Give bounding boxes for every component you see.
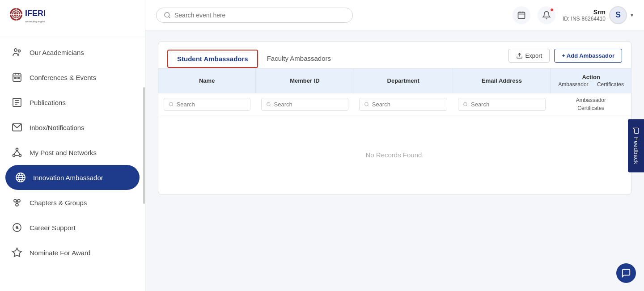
col-member-id: Member ID (256, 68, 354, 93)
chat-icon (621, 268, 631, 278)
svg-point-9 (18, 50, 21, 52)
sidebar-item-label: Nominate For Award (30, 249, 134, 257)
user-info[interactable]: Srm ID: INS-86264410 S ▾ (563, 6, 633, 24)
svg-point-31 (17, 199, 20, 202)
search-icon (463, 101, 468, 107)
svg-rect-41 (518, 12, 525, 18)
col-name: Name (158, 68, 256, 93)
sidebar-scrollbar[interactable] (143, 87, 145, 203)
logo-area: IFERP connecting engineers... developing… (0, 0, 145, 36)
svg-line-51 (368, 105, 369, 106)
col-department: Department (354, 68, 453, 93)
svg-rect-15 (18, 77, 19, 79)
chat-button[interactable] (616, 263, 636, 283)
col-action: Action Ambassador Certificates (551, 68, 631, 93)
export-button[interactable]: Export (508, 49, 550, 63)
sidebar-item-label: Our Academicians (30, 49, 134, 56)
svg-text:connecting engineers... develo: connecting engineers... developing resea… (25, 20, 45, 23)
svg-point-8 (14, 49, 17, 51)
search-box[interactable] (156, 8, 353, 23)
tab-student-ambassadors[interactable]: Student Ambassadors (167, 50, 258, 68)
sidebar-item-nominate-for-award[interactable]: Nominate For Award (0, 240, 145, 265)
sidebar-item-career-support[interactable]: Career Support (0, 215, 145, 240)
member-id-search-cell[interactable] (256, 93, 354, 115)
academicians-icon (11, 46, 23, 59)
avatar: S (609, 6, 627, 24)
svg-line-47 (172, 105, 173, 106)
name-search-input[interactable] (177, 101, 246, 108)
topbar: Srm ID: INS-86264410 S ▾ (145, 0, 644, 30)
sidebar-item-inbox-notifications[interactable]: Inbox/Notifications (0, 115, 145, 140)
svg-point-32 (16, 203, 18, 206)
tab-faculty-ambassadors[interactable]: Faculty Ambassadors (258, 50, 340, 67)
svg-line-25 (17, 151, 20, 155)
action-header: Action Ambassador Certificates (558, 74, 624, 88)
sidebar-item-innovation-ambassador[interactable]: Innovation Ambassador (5, 165, 140, 190)
sidebar-item-publications[interactable]: Publications (0, 90, 145, 115)
search-icon (164, 12, 171, 19)
notifications-button[interactable] (538, 6, 555, 24)
action-search-cell: Ambassador Certificates (551, 93, 631, 115)
sidebar-item-label: Career Support (30, 224, 134, 232)
svg-line-24 (14, 151, 17, 155)
ambassador-icon (14, 171, 27, 184)
search-icon (266, 101, 271, 107)
table-header-row: Name Member ID Department Email Address (158, 68, 631, 93)
sidebar-item-our-academicians[interactable]: Our Academicians (0, 40, 145, 65)
feedback-icon (632, 127, 640, 134)
search-row: Ambassador Certificates (158, 93, 631, 115)
svg-line-40 (169, 17, 170, 18)
email-search-input[interactable] (471, 101, 541, 108)
tabs-actions: Export + Add Ambassador (508, 49, 622, 68)
svg-line-53 (466, 105, 467, 106)
sidebar-item-label: Chapters & Groups (30, 199, 134, 207)
sidebar-item-my-post-networks[interactable]: My Post and Networks (0, 140, 145, 165)
add-ambassador-button[interactable]: + Add Ambassador (554, 49, 622, 63)
content-card: Student Ambassadors Faculty Ambassadors … (158, 41, 631, 195)
search-input[interactable] (174, 12, 345, 19)
sidebar-item-label: Innovation Ambassador (33, 174, 131, 181)
search-icon (169, 101, 174, 107)
conferences-icon (11, 71, 23, 84)
feedback-tab[interactable]: Feedback (628, 119, 644, 172)
svg-point-46 (169, 102, 173, 106)
sidebar-nav: Our Academicians Conferences & Events (0, 36, 145, 291)
inbox-icon (11, 121, 23, 134)
svg-marker-38 (13, 248, 21, 257)
no-records-text: No Records Found. (158, 115, 631, 195)
ambassadors-table: Name Member ID Department Email Address (158, 68, 631, 194)
calendar-button[interactable] (513, 6, 530, 24)
svg-point-22 (13, 155, 15, 157)
table-wrapper: Name Member ID Department Email Address (158, 68, 631, 194)
main-area: Srm ID: INS-86264410 S ▾ Student Ambassa… (145, 0, 644, 291)
member-id-search-input[interactable] (274, 101, 344, 108)
department-search-input[interactable] (372, 101, 443, 108)
award-icon (11, 246, 23, 259)
sidebar-item-chapters-groups[interactable]: Chapters & Groups (0, 190, 145, 215)
bell-icon (542, 11, 551, 20)
svg-line-49 (270, 105, 271, 106)
sidebar-item-label: Inbox/Notifications (30, 124, 134, 131)
calendar-icon (517, 11, 526, 20)
topbar-icons: Srm ID: INS-86264410 S ▾ (513, 6, 633, 24)
logo: IFERP connecting engineers... developing… (9, 7, 45, 29)
export-label: Export (525, 52, 542, 59)
ambassador-action-label: Ambassador (576, 97, 606, 103)
name-search-cell[interactable] (158, 93, 256, 115)
email-search-cell[interactable] (453, 93, 551, 115)
svg-point-30 (14, 199, 17, 202)
department-search-cell[interactable] (354, 93, 453, 115)
sidebar-item-conferences-events[interactable]: Conferences & Events (0, 65, 145, 90)
sidebar-item-label: Publications (30, 99, 134, 106)
notification-badge (550, 8, 554, 12)
sidebar: IFERP connecting engineers... developing… (0, 0, 145, 291)
export-icon (516, 52, 523, 59)
feedback-label: Feedback (633, 137, 640, 164)
svg-point-50 (365, 102, 369, 106)
content-area: Student Ambassadors Faculty Ambassadors … (145, 30, 644, 291)
user-name: Srm (563, 8, 606, 16)
chevron-down-icon: ▾ (631, 12, 633, 18)
svg-rect-14 (15, 77, 16, 79)
action-sub-labels: Ambassador Certificates (558, 81, 624, 88)
user-text: Srm ID: INS-86264410 (563, 8, 606, 22)
